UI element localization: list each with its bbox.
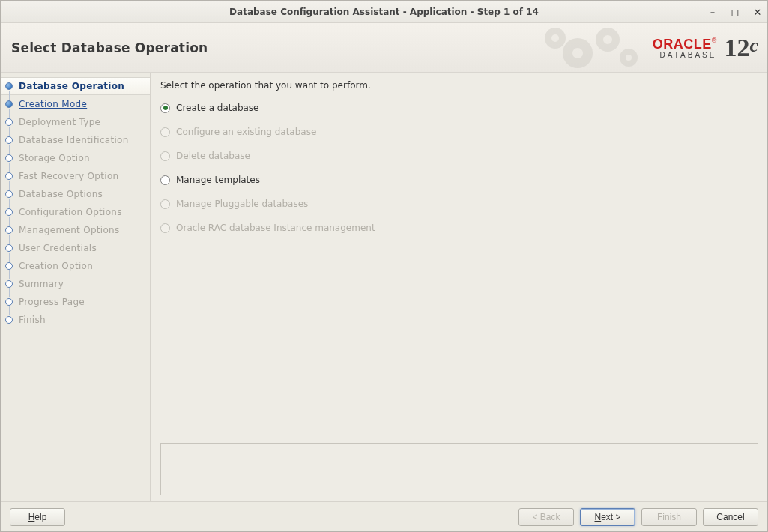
step-connector-icon — [9, 306, 10, 315]
step-connector-icon — [9, 91, 10, 100]
logo-brand-word: ORACLE — [653, 37, 712, 52]
operation-radio-delete — [160, 151, 170, 161]
step-connector-icon — [9, 235, 10, 244]
step-label: Database Options — [19, 189, 103, 199]
step-bullet-icon — [5, 172, 13, 180]
step-management-options: Management Options — [1, 221, 150, 239]
operation-option-create[interactable]: Create a database — [160, 101, 758, 115]
window-controls: – ◻ ✕ — [707, 1, 763, 23]
step-connector-icon — [9, 199, 10, 208]
operation-radio-pluggable — [160, 199, 170, 209]
step-creation-mode[interactable]: Creation Mode — [1, 95, 150, 113]
step-connector-icon — [9, 270, 10, 279]
step-connector-icon — [9, 217, 10, 226]
step-label: Finish — [19, 315, 46, 325]
step-database-options: Database Options — [1, 185, 150, 203]
svg-point-1 — [551, 34, 559, 42]
minimize-button[interactable]: – — [707, 7, 718, 17]
step-connector-icon — [9, 109, 10, 118]
footer: Help < Back Next > Finish Cancel — [1, 501, 767, 531]
step-label: Database Operation — [19, 81, 124, 91]
step-creation-option: Creation Option — [1, 257, 150, 275]
step-label: Summary — [19, 279, 64, 289]
step-bullet-icon — [5, 280, 13, 288]
operation-option-rac: Oracle RAC database Instance management — [160, 221, 758, 235]
step-bullet-icon — [5, 154, 13, 162]
step-bullet-icon — [5, 136, 13, 144]
step-fast-recovery-option: Fast Recovery Option — [1, 167, 150, 185]
instruction-text: Select the operation that you want to pe… — [160, 80, 758, 91]
step-label: User Credentials — [19, 243, 97, 253]
step-bullet-icon — [5, 244, 13, 252]
logo-brand-sub: DATABASE — [653, 51, 717, 59]
logo-registered-icon: ® — [712, 37, 717, 44]
step-connector-icon — [9, 253, 10, 262]
close-button[interactable]: ✕ — [752, 7, 763, 17]
app-window: Database Configuration Assistant - Appli… — [0, 0, 768, 532]
header-right: ORACLE® DATABASE 12c — [533, 23, 767, 72]
step-bullet-icon — [5, 100, 13, 108]
content-area: Select the operation that you want to pe… — [151, 73, 767, 501]
step-user-credentials: User Credentials — [1, 239, 150, 257]
logo-version: 12c — [724, 34, 758, 62]
back-button[interactable]: < Back — [518, 508, 574, 526]
oracle-logo: ORACLE® DATABASE 12c — [653, 34, 758, 62]
step-database-operation[interactable]: Database Operation — [1, 77, 150, 95]
step-connector-icon — [9, 145, 10, 154]
step-bullet-icon — [5, 118, 13, 126]
operation-radio-rac — [160, 223, 170, 233]
gears-decoration-icon — [533, 23, 645, 73]
operation-label-templates: Manage templates — [176, 175, 260, 185]
cancel-button[interactable]: Cancel — [703, 508, 758, 526]
operation-label-rac: Oracle RAC database Instance management — [176, 223, 375, 233]
operation-option-templates[interactable]: Manage templates — [160, 173, 758, 187]
step-summary: Summary — [1, 275, 150, 293]
operation-label-delete: Delete database — [176, 151, 250, 161]
step-label: Database Identification — [19, 135, 129, 145]
step-label: Creation Mode — [19, 99, 87, 109]
operation-options: Create a databaseConfigure an existing d… — [160, 101, 758, 235]
svg-point-7 — [626, 55, 632, 61]
operation-label-configure: Configure an existing database — [176, 127, 316, 137]
finish-button[interactable]: Finish — [641, 508, 697, 526]
operation-radio-configure — [160, 127, 170, 137]
step-progress-page: Progress Page — [1, 293, 150, 311]
next-button[interactable]: Next > — [580, 508, 635, 526]
step-deployment-type: Deployment Type — [1, 113, 150, 131]
page-title: Select Database Operation — [1, 40, 208, 55]
operation-option-pluggable: Manage Pluggable databases — [160, 197, 758, 211]
step-label: Management Options — [19, 225, 120, 235]
wizard-sidebar: Database OperationCreation ModeDeploymen… — [1, 73, 151, 501]
svg-point-5 — [603, 35, 612, 44]
step-bullet-icon — [5, 190, 13, 198]
svg-point-3 — [572, 48, 583, 58]
maximize-button[interactable]: ◻ — [730, 7, 740, 17]
step-database-identification: Database Identification — [1, 131, 150, 149]
operation-option-delete: Delete database — [160, 149, 758, 163]
message-area — [160, 443, 758, 495]
step-list: Database OperationCreation ModeDeploymen… — [1, 77, 150, 329]
step-storage-option: Storage Option — [1, 149, 150, 167]
help-button[interactable]: Help — [10, 508, 65, 526]
operation-radio-templates[interactable] — [160, 175, 170, 185]
step-bullet-icon — [5, 316, 13, 324]
step-connector-icon — [9, 181, 10, 190]
step-connector-icon — [9, 163, 10, 172]
step-label: Configuration Options — [19, 207, 122, 217]
step-finish: Finish — [1, 311, 150, 329]
step-label: Progress Page — [19, 297, 85, 307]
operation-radio-create[interactable] — [160, 103, 170, 113]
step-bullet-icon — [5, 262, 13, 270]
step-configuration-options: Configuration Options — [1, 203, 150, 221]
step-connector-icon — [9, 288, 10, 297]
operation-label-create: Create a database — [176, 103, 259, 113]
step-label: Creation Option — [19, 261, 93, 271]
step-connector-icon — [9, 127, 10, 136]
window-title: Database Configuration Assistant - Appli… — [229, 7, 539, 17]
operation-option-configure: Configure an existing database — [160, 125, 758, 139]
step-label: Deployment Type — [19, 117, 100, 127]
step-label: Storage Option — [19, 153, 90, 163]
step-bullet-icon — [5, 298, 13, 306]
step-label: Fast Recovery Option — [19, 171, 118, 181]
header: Select Database Operation ORACLE® DATABA… — [1, 23, 767, 73]
